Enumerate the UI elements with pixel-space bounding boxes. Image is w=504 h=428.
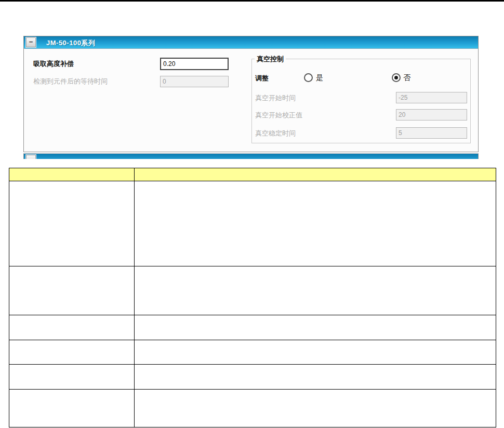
adjust-yes-radio[interactable] (304, 73, 313, 82)
table-header-cell (135, 168, 496, 181)
vacuum-control-group: 真空控制 调整 是 否 真空开始时间 真空开始校正值 真空稳定时间 (251, 59, 471, 143)
panel-title: JM-50-100系列 (46, 38, 95, 48)
vacuum-start-time-input (396, 92, 467, 103)
description-table (9, 168, 496, 427)
table-row (9, 340, 496, 365)
table-cell (135, 390, 496, 427)
table-cell (9, 266, 135, 315)
vacuum-stabilize-time-input (396, 127, 467, 139)
page: − JM-50-100系列 吸取高度补偿 检测到元件后的等待时间 真空控制 调整… (0, 0, 504, 428)
vacuum-start-correction-input (396, 109, 467, 121)
radio-dot (394, 76, 398, 79)
table-cell (9, 390, 135, 427)
wait-time-label: 检测到元件后的等待时间 (33, 77, 108, 86)
table-header-cell (9, 168, 135, 181)
table-row (9, 266, 496, 315)
table-row (9, 181, 496, 266)
table-header-row (9, 168, 496, 181)
adjust-no-label[interactable]: 否 (403, 73, 410, 83)
table-row (9, 365, 496, 390)
table-cell (9, 340, 135, 365)
panel-titlebar: − JM-50-100系列 (24, 36, 478, 49)
second-panel-clipped: − (23, 153, 479, 159)
adjust-yes-label[interactable]: 是 (316, 73, 323, 83)
table-row (9, 315, 496, 340)
table-cell (9, 365, 135, 390)
table-cell (135, 181, 496, 266)
collapse-minus-icon[interactable]: − (26, 37, 36, 47)
table-cell (135, 340, 496, 365)
vacuum-group-title: 真空控制 (255, 55, 286, 64)
table-cell (135, 266, 496, 315)
table-row (9, 390, 496, 427)
pickup-height-label: 吸取高度补偿 (33, 59, 74, 69)
wait-time-input (160, 76, 229, 87)
adjust-no-radio[interactable] (392, 73, 401, 82)
vacuum-stabilize-time-label: 真空稳定时间 (255, 129, 296, 138)
collapse-minus-icon[interactable]: − (26, 155, 36, 159)
adjust-label: 调整 (255, 74, 269, 83)
page-top-rule (0, 0, 504, 2)
table-cell (135, 315, 496, 340)
table-cell (9, 315, 135, 340)
settings-panel-jm-50-100: − JM-50-100系列 吸取高度补偿 检测到元件后的等待时间 真空控制 调整… (23, 36, 479, 152)
second-panel-titlebar: − (24, 154, 478, 159)
vacuum-start-time-label: 真空开始时间 (255, 93, 296, 103)
table-cell (135, 365, 496, 390)
table-cell (9, 181, 135, 266)
pickup-height-input[interactable] (160, 58, 229, 70)
vacuum-start-correction-label: 真空开始校正值 (255, 111, 302, 120)
